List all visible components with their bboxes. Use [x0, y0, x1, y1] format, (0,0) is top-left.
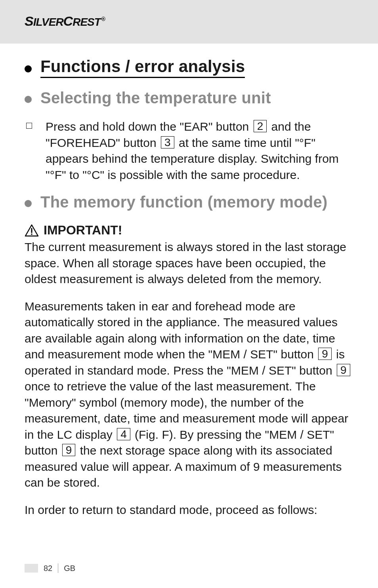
- footer-tab-icon: [25, 564, 38, 573]
- page-number: 82: [44, 564, 52, 573]
- part-ref: 9: [318, 348, 332, 360]
- page-footer: 82 GB: [25, 563, 75, 573]
- bullet-icon: [25, 200, 32, 207]
- part-ref: 3: [161, 136, 174, 148]
- heading-memory-function: The memory function (memory mode): [25, 193, 353, 211]
- step-text: Press and hold down the "EAR" button 2 a…: [46, 119, 353, 183]
- warning-triangle-icon: [25, 224, 39, 237]
- part-ref: 9: [337, 364, 350, 376]
- memory-body: Measurements taken in ear and forehead m…: [25, 299, 353, 491]
- heading-functions: Functions / error analysis: [25, 57, 353, 78]
- heading-selecting-unit: Selecting the temperature unit: [25, 89, 353, 107]
- brand-logo: SILVERCREST®: [25, 13, 378, 29]
- square-marker-icon: [26, 123, 32, 129]
- region-code: GB: [64, 564, 75, 573]
- header-band: SILVERCREST®: [0, 0, 378, 44]
- return-line: In order to return to standard mode, pro…: [25, 502, 353, 518]
- text-fragment: Press and hold down the "EAR" button: [46, 120, 252, 133]
- part-ref: 4: [117, 428, 130, 440]
- bullet-icon: [25, 65, 32, 72]
- part-ref: 2: [254, 120, 267, 132]
- part-ref: 9: [62, 444, 76, 456]
- page-content: Functions / error analysis Selecting the…: [0, 44, 378, 518]
- text-fragment: Measurements taken in ear and forehead m…: [25, 300, 338, 361]
- instruction-step: Press and hold down the "EAR" button 2 a…: [25, 119, 353, 183]
- divider-icon: [58, 563, 58, 573]
- important-label: IMPORTANT!: [44, 223, 122, 238]
- h2-text: Selecting the temperature unit: [40, 89, 271, 107]
- h1-text: Functions / error analysis: [40, 57, 245, 78]
- important-heading: IMPORTANT!: [25, 223, 353, 238]
- bullet-icon: [25, 96, 32, 103]
- svg-point-2: [31, 233, 32, 235]
- important-body: The current measurement is always stored…: [25, 239, 353, 287]
- h2-text: The memory function (memory mode): [40, 193, 327, 211]
